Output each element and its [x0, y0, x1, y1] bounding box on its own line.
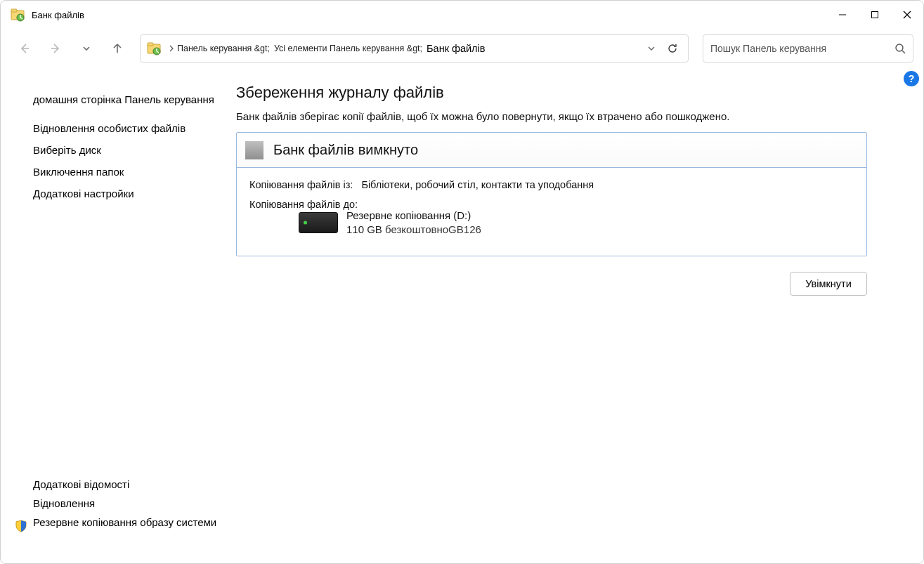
- search-icon: [894, 43, 906, 54]
- page-description: Банк файлів зберігає копії файлів, щоб ї…: [236, 110, 867, 122]
- drive-block: Резервне копіювання (D:) 110 GB безкошто…: [299, 209, 854, 237]
- status-body: Копіювання файлів із: Бібліотеки, робочи…: [237, 168, 866, 256]
- copy-from-value: Бібліотеки, робочий стіл, контакти та уп…: [361, 179, 594, 190]
- sidebar: домашня сторінка Панель керування Віднов…: [1, 77, 236, 563]
- drive-name: Резервне копіювання (D:): [346, 209, 481, 223]
- sidebar-see-also[interactable]: Додаткові відомості: [33, 478, 229, 490]
- svg-rect-10: [148, 43, 153, 46]
- svg-line-13: [902, 51, 905, 53]
- sidebar-system-image[interactable]: Резервне копіювання образу системи: [33, 516, 216, 528]
- nav-bar: Панель керування &gt; Усі елементи Панел…: [1, 29, 923, 68]
- sidebar-link-exclude[interactable]: Виключення папок: [33, 166, 229, 178]
- page-title: Збереження журналу файлів: [236, 84, 867, 102]
- breadcrumb-segment[interactable]: Панель керування &gt;: [177, 44, 270, 53]
- title-bar: Банк файлів: [1, 1, 923, 29]
- forward-button[interactable]: [41, 34, 70, 63]
- folder-icon: [146, 41, 162, 56]
- breadcrumb-current[interactable]: Банк файлів: [427, 43, 485, 54]
- status-header: Банк файлів вимкнуто: [237, 133, 866, 168]
- sidebar-link-restore[interactable]: Відновлення особистих файлів: [33, 122, 229, 134]
- svg-point-12: [896, 44, 903, 51]
- search-box[interactable]: Пошук Панель керування: [703, 34, 913, 63]
- status-box: Банк файлів вимкнуто Копіювання файлів і…: [236, 132, 867, 256]
- svg-rect-4: [872, 12, 878, 18]
- address-bar[interactable]: Панель керування &gt; Усі елементи Панел…: [140, 34, 689, 63]
- enable-button[interactable]: Увімкнути: [790, 272, 867, 296]
- address-dropdown-button[interactable]: [643, 44, 660, 53]
- button-row: Увімкнути: [236, 272, 867, 296]
- back-button[interactable]: [11, 34, 39, 63]
- svg-rect-1: [11, 9, 17, 12]
- window: Банк файлів: [0, 0, 924, 564]
- sidebar-recovery[interactable]: Відновлення: [33, 497, 229, 509]
- copy-from-label: Копіювання файлів із:: [249, 179, 353, 190]
- content: Збереження журналу файлів Банк файлів зб…: [236, 77, 923, 563]
- refresh-button[interactable]: [663, 34, 682, 63]
- breadcrumb-segment[interactable]: Усі елементи Панель керування &gt;: [274, 44, 422, 53]
- sidebar-link-select-drive[interactable]: Виберіть диск: [33, 144, 229, 156]
- search-placeholder: Пошук Панель керування: [710, 43, 894, 54]
- status-text: Банк файлів вимкнуто: [273, 142, 418, 158]
- drive-text: Резервне копіювання (D:) 110 GB безкошто…: [346, 209, 481, 237]
- help-icon[interactable]: ?: [904, 71, 919, 86]
- minimize-button[interactable]: [826, 1, 859, 29]
- drive-space: 110 GB безкоштовноGB126: [346, 223, 481, 237]
- copy-to-label: Копіювання файлів до:: [249, 199, 358, 210]
- maximize-button[interactable]: [859, 1, 891, 29]
- chevron-right-icon: [169, 45, 174, 52]
- status-thumbnail-icon: [245, 141, 263, 159]
- close-button[interactable]: [891, 1, 923, 29]
- sidebar-link-advanced[interactable]: Додаткові настройки: [33, 188, 229, 199]
- hard-drive-icon: [299, 212, 338, 233]
- window-title: Банк файлів: [32, 10, 84, 20]
- sidebar-bottom: Додаткові відомості Відновлення Резервне…: [33, 478, 229, 549]
- up-button[interactable]: [103, 34, 131, 63]
- shield-icon: [15, 520, 27, 532]
- window-controls: [826, 1, 923, 29]
- body: ? домашня сторінка Панель керування Відн…: [1, 68, 923, 563]
- app-icon: [11, 8, 25, 22]
- sidebar-home-link[interactable]: домашня сторінка Панель керування: [33, 93, 229, 105]
- recent-locations-button[interactable]: [72, 34, 100, 63]
